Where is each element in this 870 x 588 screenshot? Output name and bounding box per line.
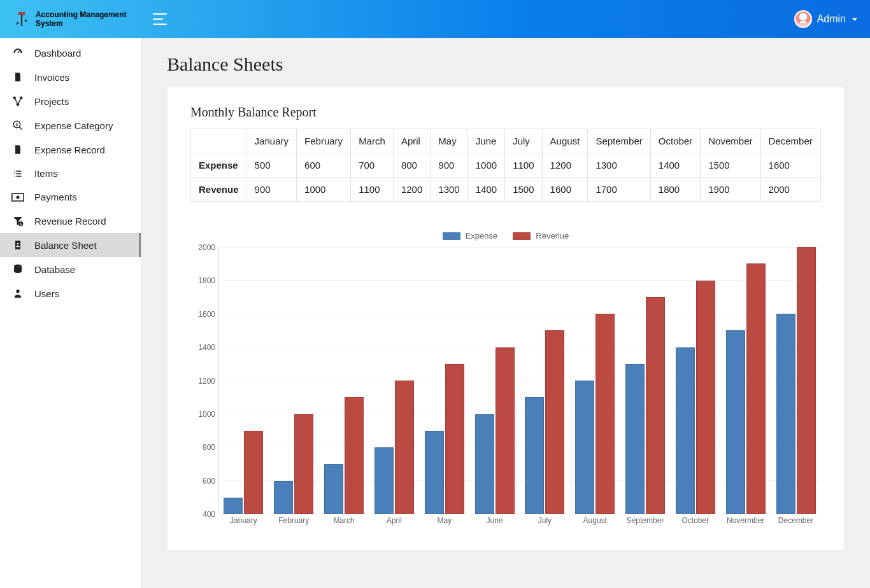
sidebar-item-label: Payments [34,192,77,202]
x-tick-label: May [419,514,469,527]
bar-revenue[interactable] [595,314,615,514]
bar-group [620,247,671,514]
svg-text:$: $ [20,222,22,226]
y-tick-label: 2000 [198,243,215,252]
filter-dollar-icon: $ [11,215,24,227]
sidebar-item-database[interactable]: Database [0,257,141,281]
bar-revenue[interactable] [797,247,816,514]
bar-expense[interactable] [575,381,594,514]
table-header: February [297,129,351,153]
user-doc-icon [11,239,24,251]
sidebar-item-label: Users [34,288,59,299]
bar-revenue[interactable] [395,381,414,514]
bar-revenue[interactable] [545,330,564,514]
sidebar-item-payments[interactable]: Payments [0,185,141,209]
table-cell: 1900 [701,178,760,202]
table-header: November [701,129,760,153]
sidebar-item-projects[interactable]: Projects [0,89,141,113]
bar-revenue[interactable] [345,397,364,514]
table-cell: 1300 [431,178,467,202]
sidebar-item-users[interactable]: Users [0,281,141,305]
table-cell: 1000 [467,153,504,178]
menu-toggle-button[interactable] [152,13,168,25]
legend-item-expense[interactable]: Expense [443,231,498,241]
table-header-empty [191,129,247,153]
projects-icon [11,95,24,107]
report-card: Monthly Balance Report JanuaryFebruaryMa… [167,87,845,550]
user-menu[interactable]: Admin [794,10,857,28]
bar-expense[interactable] [776,314,795,514]
table-cell: 1500 [701,153,760,178]
sidebar-item-label: Projects [34,96,69,107]
table-cell: 1100 [505,153,542,178]
table-cell: 1800 [650,178,700,202]
y-tick-label: 400 [203,510,215,519]
bar-revenue[interactable] [496,347,515,515]
layout: DashboardInvoicesProjects$Expense Catego… [0,38,870,588]
sidebar-item-label: Revenue Record [34,216,106,227]
brand-logo-icon [13,10,31,28]
x-tick-label: March [319,514,369,527]
bar-expense[interactable] [274,481,293,515]
bar-expense[interactable] [525,397,544,514]
table-cell: 2000 [760,178,820,202]
bar-group [771,247,821,514]
brand[interactable]: Accounting Management System [13,10,127,29]
x-tick-label: June [469,514,520,527]
table-cell: 800 [393,153,430,178]
sidebar: DashboardInvoicesProjects$Expense Catego… [0,38,141,588]
sidebar-item-items[interactable]: Items [0,162,141,185]
chart-x-labels: JanuaryFebruaryMarchAprilMayJuneJulyAugu… [218,514,821,527]
sidebar-item-expense-record[interactable]: Expense Record [0,137,141,162]
table-cell: 1700 [588,178,650,202]
table-header: April [393,129,430,153]
bar-group [720,247,771,514]
y-tick-label: 600 [203,477,215,486]
sidebar-item-revenue-record[interactable]: $Revenue Record [0,209,141,233]
bar-expense[interactable] [374,447,394,514]
svg-point-0 [801,16,804,19]
bar-revenue[interactable] [244,431,263,514]
bar-group [218,247,269,514]
bar-expense[interactable] [625,364,645,514]
bar-expense[interactable] [324,464,343,514]
bar-revenue[interactable] [746,263,766,514]
bar-group [419,247,469,514]
bar-group [269,247,319,514]
bar-expense[interactable] [224,498,243,514]
table-header: December [760,129,820,153]
bar-revenue[interactable] [294,414,313,515]
table-cell: 900 [431,153,467,178]
invoice-icon [11,71,24,83]
sidebar-item-label: Balance Sheet [34,240,97,251]
sidebar-item-balance-sheet[interactable]: Balance Sheet [0,233,141,257]
table-cell: 1600 [760,153,820,178]
sidebar-item-dashboard[interactable]: Dashboard [0,41,141,65]
money-icon [11,193,24,202]
bar-revenue[interactable] [696,281,715,515]
y-tick-label: 1800 [198,276,215,285]
x-tick-label: August [570,514,620,527]
table-cell: 900 [246,178,296,202]
legend-item-revenue[interactable]: Revenue [513,231,569,241]
bar-expense[interactable] [425,431,444,514]
table-header: May [431,129,467,153]
chart: ExpenseRevenue 4006008001000120014001600… [190,231,821,527]
sidebar-item-expense-category[interactable]: $Expense Category [0,113,141,137]
y-tick-label: 1600 [198,310,215,319]
bar-expense[interactable] [676,347,695,515]
sidebar-item-invoices[interactable]: Invoices [0,65,141,89]
sidebar-item-label: Database [34,264,75,275]
table-cell: 1200 [542,153,588,178]
report-title: Monthly Balance Report [190,105,821,120]
bar-revenue[interactable] [646,297,665,514]
bar-revenue[interactable] [445,364,464,514]
table-header: June [467,129,504,153]
chart-legend: ExpenseRevenue [190,231,821,241]
bar-expense[interactable] [726,330,745,514]
table-cell: 1300 [588,153,650,178]
table-header: October [650,129,700,153]
bar-expense[interactable] [475,414,494,515]
page-title: Balance Sheets [167,53,845,75]
bar-group [319,247,369,514]
